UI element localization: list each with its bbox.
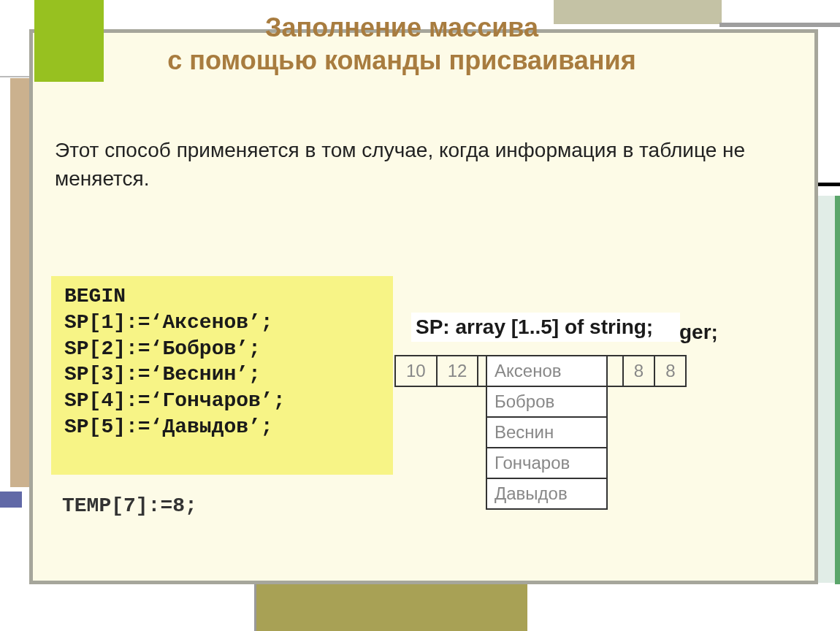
num-cell-1: 10 <box>395 356 437 386</box>
names-table: Аксенов Бобров Веснин Гончаров Давыдов <box>486 355 608 510</box>
code-l2: SP[2]:=‘Бобров’; <box>64 337 261 360</box>
peek-code-line: TEMP[7]:=8; <box>62 494 197 517</box>
name-cell-1: Аксенов <box>486 356 607 386</box>
decor-teal-right <box>817 196 837 583</box>
name-cell-4: Гончаров <box>486 448 607 478</box>
title-line-2: с помощью команды присваивания <box>0 44 803 78</box>
description-text: Этот способ применяется в том случае, ко… <box>55 136 756 193</box>
decor-olive-bottom <box>254 582 527 631</box>
name-cell-3: Веснин <box>486 417 607 448</box>
code-l3: SP[3]:=‘Веснин’; <box>64 363 261 386</box>
declaration-fragment: ger; <box>679 321 718 344</box>
name-cell-2: Бобров <box>486 386 607 417</box>
num-cell-2: 12 <box>437 356 478 386</box>
declaration-sp: SP: array [1..5] of string; <box>411 313 680 342</box>
code-l1: SP[1]:=‘Аксенов’; <box>64 311 273 334</box>
decor-blue-chip <box>0 492 22 508</box>
code-l5: SP[5]:=‘Давыдов’; <box>64 416 273 438</box>
code-box: BEGIN SP[1]:=‘Аксенов’; SP[2]:=‘Бобров’;… <box>51 276 393 475</box>
num-cell-5: 8 <box>654 356 686 386</box>
code-l4: SP[4]:=‘Гончаров’; <box>64 389 285 412</box>
decor-green-right <box>835 196 840 584</box>
code-l0: BEGIN <box>64 285 126 307</box>
num-cell-4: 8 <box>623 356 654 386</box>
title-line-1: Заполнение массива <box>0 11 803 45</box>
name-cell-5: Давыдов <box>486 478 607 509</box>
